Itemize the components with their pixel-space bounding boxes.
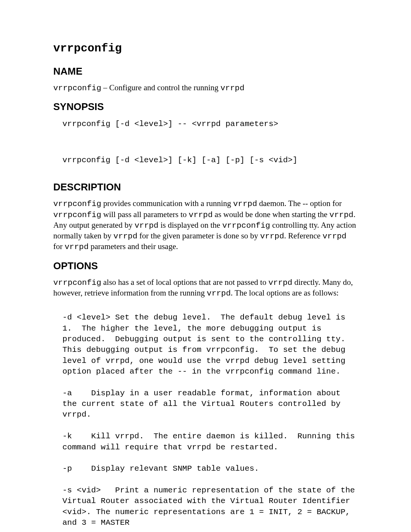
text: is displayed on the — [158, 220, 222, 230]
cmd-literal: vrrpd — [233, 200, 257, 208]
section-heading-name: NAME — [53, 66, 358, 77]
text: – Configure and control the running — [101, 83, 220, 92]
text: for the given parameter is done so by — [137, 231, 260, 240]
cmd-literal: vrrpd — [330, 211, 354, 219]
synopsis-code: vrrpconfig [-d <level>] -- <vrrpd parame… — [62, 118, 358, 166]
text: daemon. The -- option for — [257, 199, 342, 208]
cmd-literal: vrrpconfig — [222, 221, 270, 230]
cmd-literal: vrrpconfig — [53, 211, 101, 219]
text: provides communication with a running — [101, 199, 233, 208]
options-detail: -d <level> Set the debug level. The defa… — [62, 312, 358, 528]
cmd-literal: vrrpconfig — [53, 278, 101, 287]
cmd-literal: vrrpconfig — [53, 200, 101, 208]
cmd-literal: vrrpd — [322, 232, 346, 241]
text: parameters and their usage. — [89, 242, 178, 251]
cmd-literal: vrrpd — [268, 278, 292, 287]
name-description: vrrpconfig – Configure and control the r… — [53, 83, 358, 93]
section-heading-options: OPTIONS — [53, 260, 358, 272]
section-heading-description: DESCRIPTION — [53, 181, 358, 193]
text: as would be done when starting the — [213, 210, 330, 219]
text: . Reference — [284, 231, 323, 240]
command-title: vrrpconfig — [53, 42, 358, 55]
description-paragraph: vrrpconfig provides communication with a… — [53, 198, 358, 252]
cmd-literal: vrrpd — [207, 289, 231, 298]
cmd-literal: vrrpd — [260, 232, 284, 241]
section-heading-synopsis: SYNOPSIS — [53, 101, 358, 113]
document-page: vrrpconfig NAME vrrpconfig – Configure a… — [0, 0, 411, 532]
options-intro: vrrpconfig also has a set of local optio… — [53, 277, 358, 299]
text: . The local options are as follows: — [231, 288, 339, 297]
text: will pass all parameters to — [101, 210, 189, 219]
cmd-literal: vrrpconfig — [53, 84, 101, 93]
cmd-literal: vrrpd — [65, 243, 89, 251]
cmd-literal: vrrpd — [134, 221, 158, 230]
text: for — [53, 242, 65, 251]
text: also has a set of local options that are… — [101, 278, 268, 287]
cmd-literal: vrrpd — [113, 232, 137, 241]
cmd-literal: vrrpd — [189, 211, 213, 219]
cmd-literal: vrrpd — [220, 84, 244, 93]
